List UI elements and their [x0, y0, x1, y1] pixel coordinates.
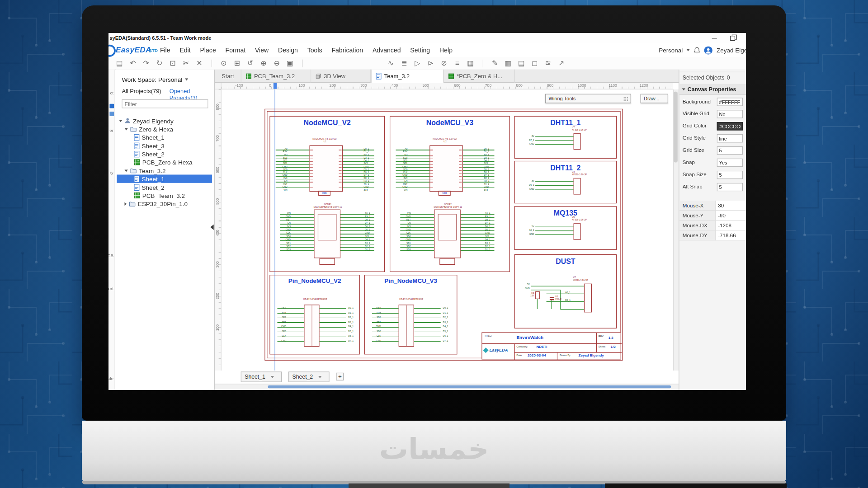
module-pin-nodemcu-v2[interactable]: Pin_NodeMCU_V2 HB-PH3-25411PB2GOP RSV SD… — [269, 275, 360, 354]
account-menu[interactable]: Personal — [659, 47, 683, 54]
expand-icon[interactable] — [125, 169, 128, 172]
dock-lib-icon[interactable] — [109, 104, 114, 108]
workspace-selector[interactable]: Work Space: Personal — [122, 76, 188, 83]
menu-design[interactable]: Design — [278, 47, 298, 54]
redo-icon[interactable]: ↷ — [140, 57, 153, 70]
menu-advanced[interactable]: Advanced — [373, 47, 401, 54]
grid-icon[interactable]: ▦ — [464, 57, 477, 70]
notification-bell-icon[interactable] — [694, 47, 701, 54]
grid-size-input[interactable] — [717, 146, 743, 155]
drawing-tools-panel[interactable]: Draw... — [641, 94, 668, 103]
tree-folder-team-3-2[interactable]: Team_3.2 — [125, 166, 166, 174]
chevron-down-icon[interactable] — [271, 376, 274, 378]
minimize-button[interactable] — [708, 33, 722, 43]
module-dht11-2[interactable]: DHT11_2 U3 KF396-3.96-3P 3V D6_1 GND — [514, 161, 617, 203]
sheet-tab-2[interactable]: Sheet_2 — [288, 371, 330, 382]
tree-pcb-zero-hexa[interactable]: PCB_Zero & Hexa — [134, 158, 192, 166]
chevron-down-icon[interactable] — [318, 376, 321, 378]
tab-pcb-team-3-2[interactable]: PCB_Team_3.2 — [241, 70, 311, 83]
all-projects-link[interactable]: All Projects(79) — [122, 88, 161, 94]
vertical-scrollbar-thumb[interactable] — [674, 92, 678, 163]
module-nodemcu-v2[interactable]: NodeMCU_V2 NODEMCU_V3_ESP12F U1 A0 RSV V… — [269, 116, 385, 272]
module-dht11-1[interactable]: DHT11_1 U4 KF396-3.96-3P 3V D7_1 GND — [514, 116, 617, 159]
background-input[interactable] — [717, 98, 743, 106]
zoom-out-icon[interactable]: ⊖ — [270, 57, 283, 70]
dock-label-fragment[interactable]: cle — [108, 376, 113, 381]
filter-input[interactable] — [122, 99, 208, 108]
tree-pcb-team-3-2[interactable]: PCB_Team_3.2 — [134, 191, 185, 199]
avatar[interactable] — [704, 46, 712, 54]
delete-icon[interactable]: ✕ — [193, 57, 206, 70]
cut-icon[interactable]: ✂ — [179, 57, 193, 70]
netlist-icon[interactable]: ▤ — [515, 57, 528, 70]
no-connect-icon[interactable]: ⊘ — [437, 57, 450, 70]
menu-tools[interactable]: Tools — [307, 47, 322, 54]
canvas-properties-header[interactable]: Canvas Properties — [679, 84, 746, 95]
add-sheet-button[interactable]: + — [336, 373, 344, 380]
save-icon[interactable]: ▤ — [113, 57, 126, 70]
tree-sheet-2[interactable]: Sheet_2 — [134, 150, 164, 158]
tree-folder-zero-hexa[interactable]: Zero & Hexa — [125, 125, 173, 133]
zoom-in-icon[interactable]: ⊕ — [257, 57, 270, 70]
layers-icon[interactable]: ≋ — [542, 57, 555, 70]
menu-file[interactable]: File — [160, 47, 170, 54]
zoom-fit-icon[interactable]: ▣ — [283, 57, 297, 70]
bus-icon[interactable]: ≣ — [397, 57, 410, 70]
module-nodemcu-v3[interactable]: NodeMCU_V3 NODEMCU_V3_ESP12F U2 A0 RSV V… — [390, 116, 510, 272]
dock-label-fragment[interactable]: CB — [108, 253, 113, 258]
history-icon[interactable]: ↺ — [244, 57, 257, 70]
dock-label-fragment[interactable]: ort — [108, 286, 113, 291]
dock-label-fragment[interactable]: er — [109, 128, 113, 133]
tab-start[interactable]: Start — [215, 70, 241, 83]
menu-setting[interactable]: Setting — [410, 47, 430, 54]
expand-icon[interactable] — [125, 128, 128, 130]
zoom-icon[interactable]: ⊙ — [217, 57, 230, 70]
module-dust[interactable]: DUST U7 KF396-3.96-3P 5V GND R5 15K U6 2… — [514, 254, 617, 328]
tree-user-zeyad-elgendy[interactable]: Zeyad Elgendy — [119, 117, 173, 125]
menu-format[interactable]: Format — [226, 47, 246, 54]
tree-sheet-2-team[interactable]: Sheet_2 — [134, 183, 164, 191]
symbol-wizard-icon[interactable]: ✎ — [488, 57, 501, 70]
menu-edit[interactable]: Edit — [179, 47, 190, 54]
snap-size-input[interactable] — [717, 171, 743, 179]
tab-3d-view[interactable]: 3D View — [311, 70, 371, 83]
panel-grid-icon[interactable] — [623, 96, 628, 101]
rotate-icon[interactable]: ↻ — [153, 57, 166, 70]
bom-icon[interactable]: ▥ — [501, 57, 514, 70]
menu-help[interactable]: Help — [439, 47, 453, 54]
sheet-tab-1[interactable]: Sheet_1 — [241, 371, 282, 382]
module-pin-nodemcu-v3[interactable]: Pin_NodeMCU_V3 HB-PH3-25411PB2GOP RSV SD… — [364, 275, 458, 354]
zoom-window-icon[interactable]: ⊞ — [230, 57, 243, 70]
sidebar-collapse-handle[interactable] — [210, 225, 213, 230]
collapsed-icon[interactable] — [125, 202, 127, 205]
share-icon[interactable]: ↗ — [555, 57, 568, 70]
align-icon[interactable]: ≡ — [451, 57, 464, 70]
wire-icon[interactable]: ∿ — [384, 57, 397, 70]
expand-icon[interactable] — [119, 120, 122, 122]
grid-style-input[interactable] — [717, 134, 743, 142]
undo-icon[interactable]: ↶ — [126, 57, 139, 70]
net-port-icon[interactable]: ⊳ — [424, 57, 437, 70]
copy-icon[interactable]: ⊡ — [166, 57, 179, 70]
dock-label-fragment[interactable]: ry — [110, 170, 113, 175]
tab-pcb-zero-hexa[interactable]: *PCB_Zero & H... — [444, 70, 515, 83]
image-icon[interactable]: ◻ — [528, 57, 541, 70]
tree-sheet-3[interactable]: Sheet_3 — [134, 141, 164, 150]
visible-grid-input[interactable] — [717, 110, 743, 118]
tree-folder-esp32-30pin[interactable]: ESP32_30Pin_1.0 — [125, 200, 188, 208]
title-block[interactable]: TITLE: EnviroWatch REV: 1.3 EasyEDA Comp… — [481, 332, 621, 359]
dock-label-fragment[interactable]: ct — [110, 90, 113, 95]
grid-color-input[interactable] — [717, 122, 743, 130]
alt-snap-input[interactable] — [717, 183, 743, 191]
restore-button[interactable] — [725, 33, 740, 43]
wiring-tools-panel[interactable]: Wiring Tools — [545, 94, 631, 103]
tab-team-3-2-active[interactable]: Team_3.2 — [371, 70, 444, 83]
snap-input[interactable] — [717, 159, 743, 167]
dock-parts-icon[interactable] — [109, 112, 114, 116]
net-label-icon[interactable]: ▷ — [411, 57, 424, 70]
easyeda-logo[interactable]: EasyEDA — [116, 45, 151, 54]
tree-sheet-1[interactable]: Sheet_1 — [134, 133, 164, 141]
horizontal-scrollbar-thumb[interactable] — [268, 385, 671, 388]
menu-view[interactable]: View — [255, 47, 269, 54]
menu-fabrication[interactable]: Fabrication — [331, 47, 363, 54]
